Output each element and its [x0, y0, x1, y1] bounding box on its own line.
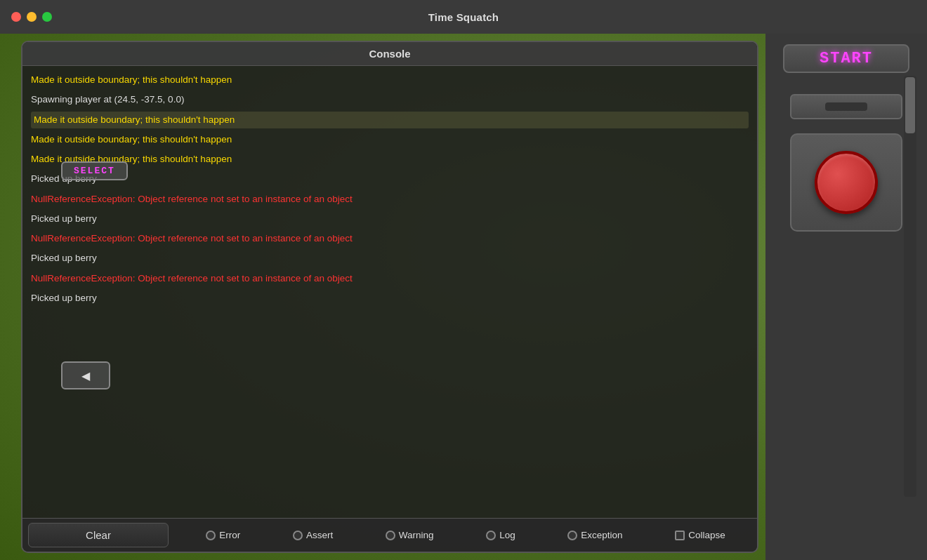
log-entry[interactable]: NullReferenceException: Object reference… [31, 230, 749, 247]
scrollbar-thumb[interactable] [905, 77, 915, 133]
filter-exception[interactable]: Exception [567, 530, 622, 540]
left-arrow-button[interactable]: ◀ [61, 361, 110, 389]
game-right-panel: START [765, 34, 927, 560]
console-panel: Console SELECT ◀ Made it outside boundar… [21, 41, 758, 553]
minimize-button[interactable] [27, 12, 37, 22]
log-entry[interactable]: Spawning player at (24.5, -37.5, 0.0) [31, 91, 749, 108]
console-log-area[interactable]: Made it outside boundary; this shouldn't… [22, 66, 757, 518]
console-title: Console [22, 42, 757, 66]
filter-label-error: Error [219, 530, 240, 540]
game-area: START Console SELECT ◀ Made it outside b… [0, 34, 927, 560]
log-entry[interactable]: Made it outside boundary; this shouldn't… [31, 112, 749, 128]
log-entry[interactable]: NullReferenceException: Object reference… [31, 270, 749, 287]
log-entry[interactable]: Made it outside boundary; this shouldn't… [31, 131, 749, 148]
log-entry[interactable]: Made it outside boundary; this shouldn't… [31, 72, 749, 88]
filter-label-log: Log [499, 530, 515, 540]
game-background: START Console SELECT ◀ Made it outside b… [0, 34, 927, 560]
filter-group: ErrorAssertWarningLogExceptionCollapse [174, 530, 757, 540]
window-title: Time Squatch [428, 11, 499, 23]
filter-error[interactable]: Error [206, 530, 240, 540]
log-entry[interactable]: Made it outside boundary; this shouldn't… [31, 151, 749, 168]
log-entry[interactable]: Picked up berry [31, 171, 749, 187]
maximize-button[interactable] [42, 12, 52, 22]
big-red-button-container [790, 133, 902, 232]
log-entry[interactable]: Picked up berry [31, 250, 749, 267]
filter-checkbox-collapse[interactable] [675, 531, 685, 540]
filter-radio-exception[interactable] [567, 531, 577, 540]
close-button[interactable] [11, 12, 21, 22]
filter-label-collapse: Collapse [688, 530, 725, 540]
window-controls [11, 12, 52, 22]
filter-radio-warning[interactable] [386, 531, 395, 540]
title-bar: Time Squatch [0, 0, 927, 34]
filter-log[interactable]: Log [486, 530, 515, 540]
select-button[interactable]: SELECT [61, 161, 128, 180]
filter-collapse[interactable]: Collapse [675, 530, 725, 540]
log-entry[interactable]: NullReferenceException: Object reference… [31, 191, 749, 208]
console-footer: Clear ErrorAssertWarningLogExceptionColl… [22, 518, 757, 552]
scrollbar-track [904, 76, 916, 497]
filter-radio-error[interactable] [206, 531, 216, 540]
big-red-button[interactable] [815, 151, 878, 214]
log-entry[interactable]: Picked up berry [31, 211, 749, 227]
filter-radio-assert[interactable] [293, 531, 303, 540]
filter-assert[interactable]: Assert [293, 530, 333, 540]
filter-warning[interactable]: Warning [386, 530, 434, 540]
filter-label-warning: Warning [399, 530, 434, 540]
start-button[interactable]: START [783, 44, 909, 73]
controller-small-button[interactable] [790, 94, 902, 119]
clear-button[interactable]: Clear [28, 523, 169, 547]
filter-radio-log[interactable] [486, 531, 496, 540]
log-entry[interactable]: Picked up berry [31, 290, 749, 307]
filter-label-exception: Exception [581, 530, 622, 540]
filter-label-assert: Assert [306, 530, 333, 540]
